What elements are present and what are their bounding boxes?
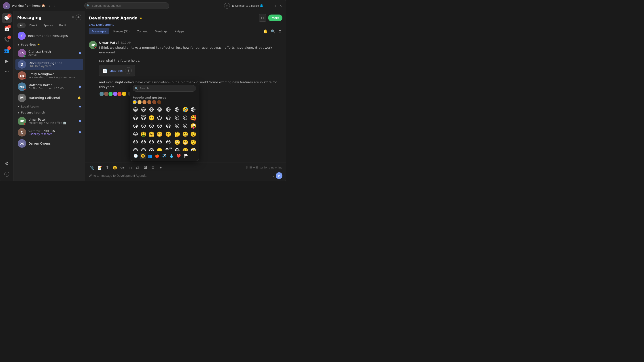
emoji-item[interactable]: 🤣 xyxy=(181,106,189,114)
forward-button[interactable]: › xyxy=(52,3,56,8)
emoji-item[interactable]: 😴 xyxy=(164,147,173,151)
emoji-search-input[interactable] xyxy=(132,85,196,92)
emoji-item[interactable]: 😊 xyxy=(132,114,139,122)
emoji-item[interactable]: 😜 xyxy=(181,122,189,130)
emoji-item[interactable]: 😃 xyxy=(140,106,147,114)
emoji-item[interactable]: 😏 xyxy=(156,139,163,146)
gif-button[interactable]: GIF xyxy=(119,164,126,171)
sidebar-item-calendar[interactable]: 📅 1 xyxy=(2,24,12,34)
emoji-item[interactable]: 🤐 xyxy=(181,130,189,138)
emoji-item[interactable]: 🤒 xyxy=(181,147,189,151)
sidebar-item-apps[interactable]: ▶ xyxy=(2,56,12,66)
emoji-item[interactable]: 😄 xyxy=(148,106,156,114)
search-button[interactable]: 🔍 xyxy=(270,28,276,34)
emoji-item[interactable]: 😛 xyxy=(174,122,181,130)
maximize-button[interactable]: □ xyxy=(272,3,277,8)
emoji-cat-smileys[interactable]: 😊 xyxy=(140,153,146,159)
emoji-item[interactable]: 🤪 xyxy=(190,122,197,130)
sticker-button[interactable]: ◻ xyxy=(127,164,134,171)
emoji-item[interactable]: 😬 xyxy=(181,139,189,146)
emoji-item[interactable]: 🙃 xyxy=(156,114,163,122)
sidebar-item-settings[interactable]: ⚙ xyxy=(2,158,12,168)
attach-button[interactable]: 📎 xyxy=(89,164,96,171)
emoji-item[interactable]: 😅 xyxy=(174,106,181,114)
emoji-item[interactable]: 🙂 xyxy=(148,114,156,122)
search-bar[interactable]: 🔍 xyxy=(84,2,169,9)
contact-darren[interactable]: DO Darren Owens — xyxy=(16,138,83,149)
contact-dev-agenda[interactable]: D Development Agenda ENG Deployment xyxy=(16,59,83,70)
format-button[interactable]: T xyxy=(104,164,111,171)
skin-tone-1[interactable] xyxy=(132,100,137,104)
emoji-cat-food[interactable]: 🍎 xyxy=(154,153,160,159)
emoji-item[interactable]: 😶 xyxy=(148,139,156,146)
contact-common[interactable]: C Common Metrics Usability research xyxy=(16,127,83,138)
emoji-item[interactable]: 😘 xyxy=(132,122,139,130)
emoji-item[interactable]: 😐 xyxy=(132,139,139,146)
emoji-item[interactable]: 🤔 xyxy=(174,130,181,138)
settings-button[interactable]: ⚙ xyxy=(278,28,282,34)
skin-tone-3[interactable] xyxy=(142,100,146,104)
emoji-item[interactable]: 🤭 xyxy=(156,130,163,138)
tab-public[interactable]: Public xyxy=(56,22,70,28)
emoji-button[interactable]: 😊 xyxy=(112,164,118,171)
skin-tone-6[interactable] xyxy=(157,100,161,104)
emoji-item[interactable]: 😇 xyxy=(140,114,147,122)
tab-spaces[interactable]: Spaces xyxy=(40,22,56,28)
emoji-item[interactable]: 🤕 xyxy=(190,147,197,151)
emoji-item[interactable]: 😂 xyxy=(190,106,197,114)
contact-marketing[interactable]: M Marketing Collateral 🔔 xyxy=(16,92,83,103)
emoji-item[interactable]: 🤗 xyxy=(148,130,156,138)
emoji-item[interactable]: 😌 xyxy=(132,147,139,151)
contact-clarissa[interactable]: CS Clarissa Smith Active xyxy=(16,48,83,59)
sidebar-item-calls[interactable]: 📞 1 xyxy=(2,35,12,44)
tab-apps[interactable]: + Apps xyxy=(172,28,188,34)
note-button[interactable]: 📝 xyxy=(96,164,103,171)
tab-direct[interactable]: Direct xyxy=(26,22,40,28)
add-button[interactable]: + xyxy=(224,3,230,9)
contact-umar[interactable]: UP Umar Patel Presenting • At the office… xyxy=(16,115,83,127)
minimize-button[interactable]: ─ xyxy=(267,3,272,8)
emoji-item[interactable]: 😙 xyxy=(148,122,156,130)
record-button[interactable]: ⊡ xyxy=(259,14,266,22)
skin-tone-5[interactable] xyxy=(152,100,156,104)
emoji-item[interactable]: 😔 xyxy=(140,147,147,151)
skin-tone-2[interactable] xyxy=(138,100,142,104)
notifications-button[interactable]: 🔔 xyxy=(262,28,268,34)
emoji-cat-symbols[interactable]: ❤️ xyxy=(176,153,182,159)
emoji-cat-flags[interactable]: 🏳️ xyxy=(183,153,189,159)
mention-button[interactable]: @ xyxy=(134,164,141,171)
user-avatar[interactable]: U xyxy=(3,2,10,9)
emoji-item[interactable]: 😌 xyxy=(174,114,181,122)
emoji-item[interactable]: 😗 xyxy=(140,122,147,130)
emoji-item[interactable]: 😚 xyxy=(156,122,163,130)
emoji-item[interactable]: 😪 xyxy=(148,147,156,151)
meet-button[interactable]: Meet xyxy=(268,14,282,21)
emoji-item[interactable]: 🤨 xyxy=(190,130,197,138)
download-button[interactable]: ⬇ xyxy=(125,67,132,74)
sidebar-item-help[interactable]: ? xyxy=(2,169,12,179)
emoji-item[interactable]: 😆 xyxy=(164,106,173,114)
emoji-item[interactable]: 🤤 xyxy=(156,147,163,151)
sidebar-item-people[interactable]: 👥 1 xyxy=(2,45,12,55)
tab-people[interactable]: People (30) xyxy=(110,28,132,34)
emoji-cat-people[interactable]: 👥 xyxy=(147,153,153,159)
tab-all[interactable]: All xyxy=(17,22,26,28)
emoji-item[interactable]: 😀 xyxy=(132,106,139,114)
emoji-item[interactable]: 🤫 xyxy=(164,130,173,138)
emoji-item[interactable]: 😋 xyxy=(164,122,173,130)
emoji-cat-objects[interactable]: 💧 xyxy=(168,153,175,159)
emoji-item[interactable]: 😝 xyxy=(132,130,139,138)
emoji-cat-recent[interactable]: 🕐 xyxy=(132,153,139,159)
emoji-item[interactable]: 🙄 xyxy=(174,139,181,146)
tab-content[interactable]: Content xyxy=(134,28,151,34)
feature-launch-section[interactable]: ▼ Feature launch xyxy=(16,109,83,115)
emoji-item[interactable]: 😍 xyxy=(181,114,189,122)
search-input[interactable] xyxy=(84,2,169,9)
emoji-item[interactable]: 🤥 xyxy=(190,139,197,146)
emoji-item[interactable]: 😉 xyxy=(164,114,173,122)
emoji-item[interactable]: 😁 xyxy=(156,106,163,114)
recommended-messages-item[interactable]: ⚡ Recommended Messages xyxy=(16,30,83,41)
close-button[interactable]: ✕ xyxy=(278,3,283,8)
ai-button[interactable]: ✦ xyxy=(157,164,164,171)
filter-button[interactable]: ≡ xyxy=(71,14,75,20)
